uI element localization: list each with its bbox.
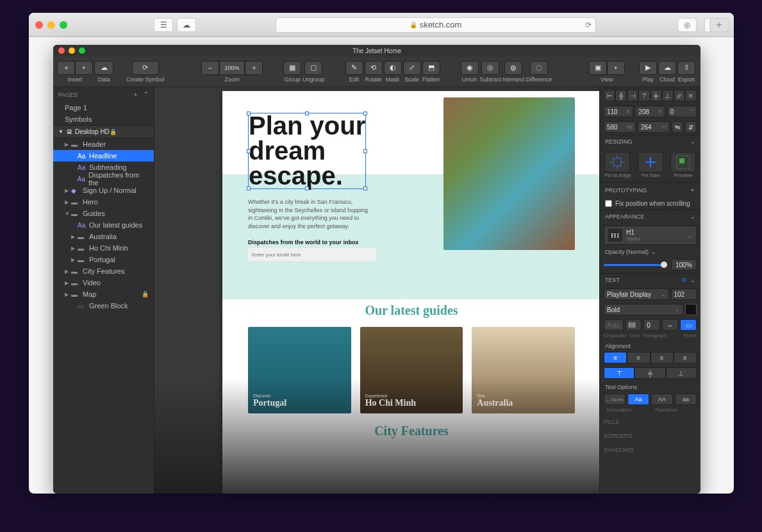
text-color-swatch[interactable] [685,304,697,315]
rotation-field[interactable]: 0° [667,106,697,117]
align-hcenter-button[interactable]: ╫ [615,90,627,101]
layer-item[interactable]: ▭Green Block [53,300,154,312]
view-tool[interactable]: ▣▾View [589,61,625,83]
text-align-right-button[interactable]: ≡ [650,352,674,363]
data-tool[interactable]: ☁Data [94,61,113,83]
layer-item[interactable]: ▶▬Portugal [53,254,154,265]
prototyping-header[interactable]: PROTOTYPING＋ [600,182,700,197]
privacy-report-button[interactable]: ◎ [677,18,697,32]
align-vcenter-button[interactable]: ╪ [650,90,662,101]
artboard-desktop-hd[interactable]: Plan your dream escape. Whether it's a c… [222,91,599,494]
expand-arrow-icon[interactable]: ▼ [65,211,71,217]
collapse-pages-button[interactable]: ⌃ [143,90,149,99]
guide-card-portugal[interactable]: DiscoverPortugal [248,327,351,413]
decoration-field[interactable]: ⌄None [604,394,625,405]
appearance-header[interactable]: APPEARANCE⌄ [600,210,700,223]
shadows-section[interactable]: SHADOWS [600,443,700,457]
subtract-tool[interactable]: ◎Subtract [480,61,502,83]
paragraph-spacing-field[interactable]: 0 [643,319,660,331]
resizing-header[interactable]: RESIZING⌄ [600,135,700,148]
character-spacing-field[interactable]: Auto [604,319,624,331]
layer-item[interactable]: AaOur latest guides [53,219,154,231]
expand-arrow-icon[interactable]: ▶ [65,292,71,297]
sketch-minimize-button[interactable] [69,47,75,54]
zoom-control[interactable]: −100%＋ Zoom [201,61,263,83]
font-family-field[interactable]: Playfair Display⌄ [604,288,669,300]
text-align-justify-button[interactable]: ≡ [674,352,697,363]
opacity-slider[interactable]: 100% [604,259,697,270]
font-weight-field[interactable]: Bold⌄ [604,304,683,315]
align-top-button[interactable]: ⊤ [638,90,650,101]
y-field[interactable]: 208Y [635,106,665,117]
sketch-maximize-button[interactable] [79,47,85,54]
distribute-h-button[interactable]: ⫻ [674,90,685,101]
new-tab-button[interactable]: + [709,18,729,32]
pin-to-edge-control[interactable] [604,152,630,172]
guide-card-australia[interactable]: SeeAustralia [472,327,575,413]
expand-arrow-icon[interactable]: ▶ [65,280,71,286]
difference-tool[interactable]: ◌Difference [526,61,552,83]
sketch-close-button[interactable] [58,47,65,54]
layer-item[interactable]: ▶▬Australia [53,231,154,242]
play-tool[interactable]: ▶Play [639,61,657,83]
scale-tool[interactable]: ⤢Scale [403,61,421,83]
expand-arrow-icon[interactable]: ▶ [65,188,71,194]
transform-lower-button[interactable]: aa [675,394,697,405]
guide-card-hochiminh[interactable]: ExperienceHo Chi Minh [360,327,463,413]
auto-width-button[interactable]: ↔ [662,319,679,331]
expand-arrow-icon[interactable]: ▶ [71,234,78,240]
layer-item[interactable]: ▼▬Guides [53,208,154,219]
text-valign-bottom-button[interactable]: ⊥ [666,367,697,379]
borders-section[interactable]: BORDERS [600,429,700,443]
page-item[interactable]: Symbols [53,113,154,125]
expand-arrow-icon[interactable]: ▶ [71,257,78,263]
text-align-left-button[interactable]: ≡ [604,352,627,363]
export-tool[interactable]: ⇧Export [677,61,695,83]
text-settings-icon[interactable]: ⚙ [681,277,686,283]
fills-section[interactable]: FILLS [600,415,700,429]
artboard-header[interactable]: ▼🖥Desktop HD 🔒 [53,125,154,138]
reader-button[interactable]: ☰ [154,18,173,32]
minimize-window-button[interactable] [47,21,55,29]
fixed-width-button[interactable]: ▭ [680,319,697,331]
fix-size-control[interactable] [638,152,663,172]
align-bottom-button[interactable]: ⊥ [662,90,674,101]
fix-scroll-checkbox[interactable]: Fix position when scrolling [600,197,700,210]
align-right-button[interactable]: ⊣ [627,90,638,101]
x-field[interactable]: 110X [604,106,633,117]
email-input[interactable] [248,248,376,261]
layer-item[interactable]: ▶▬Ho Chi Minh [53,242,154,254]
edit-tool[interactable]: ✎Edit [345,61,363,83]
transform-upper-button[interactable]: AA [651,394,673,405]
text-header[interactable]: TEXT⚙⌄ [600,273,700,287]
align-left-button[interactable]: ⊢ [604,90,615,101]
transform-aa-button[interactable]: Aa [627,394,649,405]
text-valign-middle-button[interactable]: ╪ [634,367,665,379]
intersect-tool[interactable]: ◍Intersect [502,61,525,83]
group-tool[interactable]: ▦Group [283,61,301,83]
layer-item[interactable]: AaHeadline [53,150,154,162]
text-align-center-button[interactable]: ≡ [627,352,650,363]
mask-tool[interactable]: ◐Mask [384,61,402,83]
add-page-button[interactable]: ＋ [132,90,139,99]
cloud-tool[interactable]: ☁Cloud [658,61,676,83]
layer-item[interactable]: ▶▬Hero [53,196,154,208]
flip-h-button[interactable]: ⇋ [672,121,683,133]
text-style-selector[interactable]: H1 H1Styles ⌄ [604,226,697,245]
width-field[interactable]: 580W [604,121,636,133]
layer-item[interactable]: AaDispatches from the [53,173,154,185]
expand-arrow-icon[interactable]: ▶ [65,142,71,147]
add-prototype-button[interactable]: ＋ [690,186,695,194]
font-size-field[interactable]: 102 [671,288,697,300]
create-symbol-tool[interactable]: ⟳Create Symbol [126,61,165,83]
close-window-button[interactable] [35,21,43,29]
maximize-window-button[interactable] [60,21,67,29]
line-height-field[interactable]: 88 [625,319,642,331]
ungroup-tool[interactable]: ▢Ungroup [302,61,325,83]
layer-item[interactable]: ▶▬City Features [53,265,154,277]
expand-arrow-icon[interactable]: ▶ [71,245,78,251]
layer-item[interactable]: ▶▬Video [53,277,154,288]
reload-icon[interactable]: ⟳ [585,21,592,29]
flatten-tool[interactable]: ⬒Flatten [422,61,440,83]
height-field[interactable]: 264H [638,121,670,133]
